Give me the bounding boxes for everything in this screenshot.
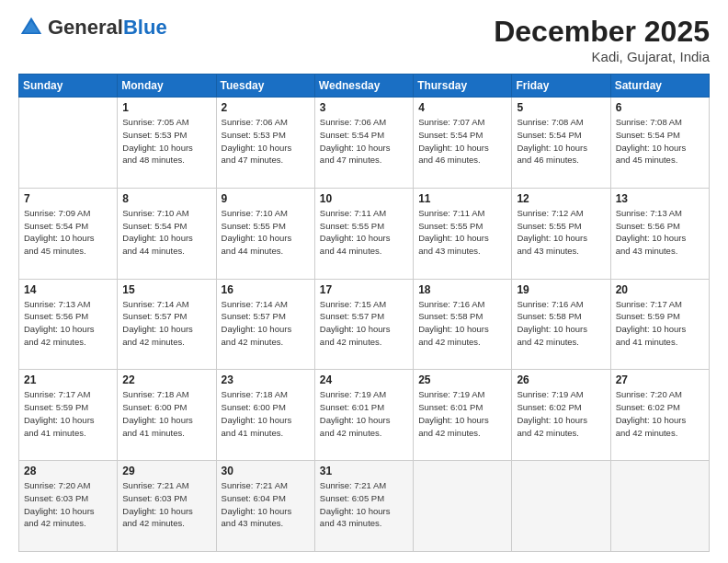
table-row: 28Sunrise: 7:20 AMSunset: 6:03 PMDayligh… (19, 461, 118, 552)
day-number: 26 (517, 373, 605, 386)
day-info: Sunrise: 7:05 AMSunset: 5:53 PMDaylight:… (122, 116, 210, 167)
table-row (512, 461, 610, 552)
table-row: 18Sunrise: 7:16 AMSunset: 5:58 PMDayligh… (414, 279, 512, 370)
day-number: 27 (616, 373, 704, 386)
calendar-week-row: 7Sunrise: 7:09 AMSunset: 5:54 PMDaylight… (19, 188, 710, 279)
header: GeneralBlue December 2025 Kadi, Gujarat,… (18, 15, 710, 64)
table-row: 1Sunrise: 7:05 AMSunset: 5:53 PMDaylight… (118, 98, 216, 189)
day-number: 17 (320, 283, 408, 296)
day-info: Sunrise: 7:07 AMSunset: 5:54 PMDaylight:… (418, 116, 506, 167)
day-number: 21 (24, 373, 112, 386)
day-info: Sunrise: 7:20 AMSunset: 6:03 PMDaylight:… (24, 479, 112, 530)
col-wednesday: Wednesday (314, 75, 413, 98)
day-info: Sunrise: 7:11 AMSunset: 5:55 PMDaylight:… (418, 207, 506, 258)
day-info: Sunrise: 7:06 AMSunset: 5:54 PMDaylight:… (320, 116, 408, 167)
day-number: 13 (616, 192, 704, 205)
day-info: Sunrise: 7:13 AMSunset: 5:56 PMDaylight:… (616, 207, 704, 258)
day-number: 11 (418, 192, 506, 205)
day-number: 16 (222, 283, 310, 296)
day-info: Sunrise: 7:17 AMSunset: 5:59 PMDaylight:… (616, 298, 704, 349)
logo-icon (18, 15, 44, 40)
day-number: 1 (122, 101, 210, 114)
table-row: 19Sunrise: 7:16 AMSunset: 5:58 PMDayligh… (512, 279, 610, 370)
day-number: 19 (517, 283, 605, 296)
table-row: 16Sunrise: 7:14 AMSunset: 5:57 PMDayligh… (216, 279, 314, 370)
logo-blue-text: Blue (123, 16, 167, 39)
table-row: 15Sunrise: 7:14 AMSunset: 5:57 PMDayligh… (118, 279, 216, 370)
table-row: 25Sunrise: 7:19 AMSunset: 6:01 PMDayligh… (414, 370, 512, 461)
day-number: 9 (222, 192, 310, 205)
day-info: Sunrise: 7:16 AMSunset: 5:58 PMDaylight:… (517, 298, 605, 349)
page: GeneralBlue December 2025 Kadi, Gujarat,… (0, 0, 728, 563)
day-number: 22 (122, 373, 210, 386)
day-number: 28 (24, 465, 112, 477)
table-row: 11Sunrise: 7:11 AMSunset: 5:55 PMDayligh… (414, 188, 512, 279)
day-number: 4 (418, 101, 506, 114)
table-row: 29Sunrise: 7:21 AMSunset: 6:03 PMDayligh… (118, 461, 216, 552)
table-row: 13Sunrise: 7:13 AMSunset: 5:56 PMDayligh… (610, 188, 709, 279)
calendar-header-row: Sunday Monday Tuesday Wednesday Thursday… (19, 75, 710, 98)
day-number: 5 (517, 101, 605, 114)
table-row: 3Sunrise: 7:06 AMSunset: 5:54 PMDaylight… (314, 98, 413, 189)
day-info: Sunrise: 7:11 AMSunset: 5:55 PMDaylight:… (320, 207, 408, 258)
day-number: 7 (24, 192, 112, 205)
day-info: Sunrise: 7:09 AMSunset: 5:54 PMDaylight:… (24, 207, 112, 258)
table-row: 12Sunrise: 7:12 AMSunset: 5:55 PMDayligh… (512, 188, 610, 279)
table-row: 5Sunrise: 7:08 AMSunset: 5:54 PMDaylight… (512, 98, 610, 189)
table-row: 24Sunrise: 7:19 AMSunset: 6:01 PMDayligh… (314, 370, 413, 461)
day-info: Sunrise: 7:13 AMSunset: 5:56 PMDaylight:… (24, 298, 112, 349)
day-info: Sunrise: 7:10 AMSunset: 5:54 PMDaylight:… (122, 207, 210, 258)
day-number: 18 (418, 283, 506, 296)
table-row: 22Sunrise: 7:18 AMSunset: 6:00 PMDayligh… (118, 370, 216, 461)
day-info: Sunrise: 7:06 AMSunset: 5:53 PMDaylight:… (222, 116, 310, 167)
col-saturday: Saturday (610, 75, 709, 98)
day-info: Sunrise: 7:10 AMSunset: 5:55 PMDaylight:… (222, 207, 310, 258)
day-number: 30 (222, 465, 310, 477)
table-row: 27Sunrise: 7:20 AMSunset: 6:02 PMDayligh… (610, 370, 709, 461)
calendar-week-row: 21Sunrise: 7:17 AMSunset: 5:59 PMDayligh… (19, 370, 710, 461)
day-info: Sunrise: 7:15 AMSunset: 5:57 PMDaylight:… (320, 298, 408, 349)
table-row (19, 98, 118, 189)
day-number: 2 (222, 101, 310, 114)
calendar-table: Sunday Monday Tuesday Wednesday Thursday… (18, 74, 710, 552)
calendar-week-row: 28Sunrise: 7:20 AMSunset: 6:03 PMDayligh… (19, 461, 710, 552)
day-number: 24 (320, 373, 408, 386)
table-row: 8Sunrise: 7:10 AMSunset: 5:54 PMDaylight… (118, 188, 216, 279)
day-info: Sunrise: 7:14 AMSunset: 5:57 PMDaylight:… (222, 298, 310, 349)
day-info: Sunrise: 7:21 AMSunset: 6:04 PMDaylight:… (222, 479, 310, 530)
table-row: 17Sunrise: 7:15 AMSunset: 5:57 PMDayligh… (314, 279, 413, 370)
day-number: 15 (122, 283, 210, 296)
day-number: 10 (320, 192, 408, 205)
col-sunday: Sunday (19, 75, 118, 98)
table-row: 4Sunrise: 7:07 AMSunset: 5:54 PMDaylight… (414, 98, 512, 189)
day-info: Sunrise: 7:21 AMSunset: 6:03 PMDaylight:… (122, 479, 210, 530)
day-info: Sunrise: 7:21 AMSunset: 6:05 PMDaylight:… (320, 479, 408, 530)
day-info: Sunrise: 7:12 AMSunset: 5:55 PMDaylight:… (517, 207, 605, 258)
day-number: 20 (616, 283, 704, 296)
table-row: 14Sunrise: 7:13 AMSunset: 5:56 PMDayligh… (19, 279, 118, 370)
table-row: 31Sunrise: 7:21 AMSunset: 6:05 PMDayligh… (314, 461, 413, 552)
col-monday: Monday (118, 75, 216, 98)
table-row: 10Sunrise: 7:11 AMSunset: 5:55 PMDayligh… (314, 188, 413, 279)
title-block: December 2025 Kadi, Gujarat, India (494, 15, 710, 64)
day-info: Sunrise: 7:19 AMSunset: 6:01 PMDaylight:… (418, 388, 506, 439)
table-row: 30Sunrise: 7:21 AMSunset: 6:04 PMDayligh… (216, 461, 314, 552)
month-title: December 2025 (494, 15, 710, 49)
day-number: 29 (122, 465, 210, 477)
day-number: 8 (122, 192, 210, 205)
col-friday: Friday (512, 75, 610, 98)
table-row: 23Sunrise: 7:18 AMSunset: 6:00 PMDayligh… (216, 370, 314, 461)
logo-text: GeneralBlue (48, 17, 167, 38)
day-info: Sunrise: 7:19 AMSunset: 6:02 PMDaylight:… (517, 388, 605, 439)
table-row: 9Sunrise: 7:10 AMSunset: 5:55 PMDaylight… (216, 188, 314, 279)
day-info: Sunrise: 7:17 AMSunset: 5:59 PMDaylight:… (24, 388, 112, 439)
table-row: 21Sunrise: 7:17 AMSunset: 5:59 PMDayligh… (19, 370, 118, 461)
location: Kadi, Gujarat, India (494, 49, 710, 64)
day-info: Sunrise: 7:18 AMSunset: 6:00 PMDaylight:… (122, 388, 210, 439)
day-number: 12 (517, 192, 605, 205)
day-number: 31 (320, 465, 408, 477)
day-number: 14 (24, 283, 112, 296)
day-info: Sunrise: 7:08 AMSunset: 5:54 PMDaylight:… (517, 116, 605, 167)
col-thursday: Thursday (414, 75, 512, 98)
logo: GeneralBlue (18, 15, 167, 40)
